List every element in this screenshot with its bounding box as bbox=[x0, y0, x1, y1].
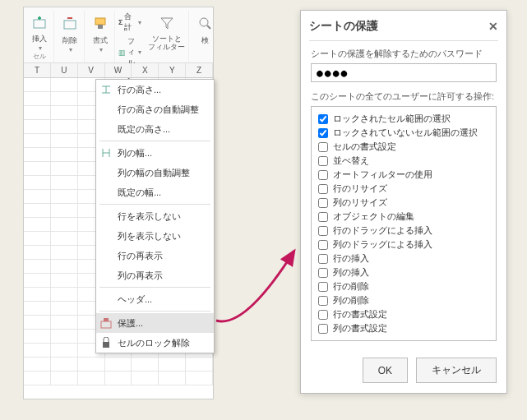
permission-label: ロックされていないセル範囲の選択 bbox=[333, 127, 478, 139]
separator bbox=[99, 141, 210, 141]
svg-rect-5 bbox=[95, 18, 105, 25]
ribbon-sort-label: ソートと フィルター bbox=[148, 35, 185, 52]
permission-item[interactable]: 列の挿入 bbox=[318, 265, 489, 279]
column-header[interactable]: V bbox=[78, 63, 105, 77]
separator bbox=[99, 287, 210, 288]
menu-col-width[interactable]: 列の幅... bbox=[96, 143, 214, 163]
menu-default-width[interactable]: 既定の幅... bbox=[96, 182, 214, 202]
menu-unlock[interactable]: セルのロック解除 bbox=[96, 333, 214, 353]
svg-rect-17 bbox=[104, 318, 109, 321]
insert-cells-icon bbox=[29, 12, 50, 32]
menu-autofit-col[interactable]: 列の幅の自動調整 bbox=[96, 163, 214, 182]
permission-label: 行のドラッグによる挿入 bbox=[333, 224, 432, 237]
permission-item[interactable]: 並べ替え bbox=[318, 154, 489, 168]
chevron-down-icon: ▾ bbox=[39, 44, 42, 52]
column-header[interactable]: T bbox=[24, 63, 51, 77]
permission-label: 行の書式設定 bbox=[333, 308, 387, 321]
permission-item[interactable]: 列の書式設定 bbox=[318, 321, 489, 335]
permission-checkbox[interactable] bbox=[318, 156, 328, 166]
separator bbox=[99, 311, 210, 312]
permission-checkbox[interactable] bbox=[318, 212, 328, 222]
ribbon-sum-label: 合計 bbox=[124, 12, 135, 33]
permission-item[interactable]: 列のドラッグによる挿入 bbox=[318, 238, 489, 252]
menu-label: 行を表示しない bbox=[118, 210, 181, 223]
separator bbox=[99, 204, 210, 205]
ribbon-sort-filter[interactable]: ソートと フィルター bbox=[145, 11, 189, 62]
permission-label: オブジェクトの編集 bbox=[333, 210, 414, 223]
permission-checkbox[interactable] bbox=[318, 114, 328, 124]
ribbon-delete[interactable]: 削除 ▾ bbox=[56, 11, 85, 62]
chevron-down-icon: ▾ bbox=[69, 46, 72, 53]
menu-hide-row[interactable]: 行を表示しない bbox=[96, 206, 214, 226]
permission-item[interactable]: 列のリサイズ bbox=[318, 196, 489, 210]
permission-checkbox[interactable] bbox=[318, 310, 328, 320]
column-header[interactable]: X bbox=[132, 63, 159, 77]
ribbon-find[interactable]: 検 bbox=[191, 11, 214, 62]
permission-checkbox[interactable] bbox=[318, 198, 328, 208]
menu-show-row[interactable]: 行の再表示 bbox=[96, 246, 214, 265]
menu-label: ヘッダ... bbox=[118, 293, 152, 306]
ribbon-sum[interactable]: Σ 合計 ▾ bbox=[117, 11, 143, 34]
permission-checkbox[interactable] bbox=[318, 268, 328, 278]
svg-line-9 bbox=[207, 25, 210, 29]
dialog-titlebar: シートの保護 ✕ bbox=[301, 11, 506, 40]
permission-item[interactable]: 行のリサイズ bbox=[318, 182, 489, 196]
permission-item[interactable]: ロックされたセル範囲の選択 bbox=[318, 112, 489, 126]
chevron-down-icon: ▾ bbox=[99, 46, 103, 53]
menu-row-height[interactable]: 行の高さ... bbox=[96, 80, 214, 99]
permission-checkbox[interactable] bbox=[318, 142, 328, 152]
menu-show-col[interactable]: 列の再表示 bbox=[96, 265, 214, 285]
menu-protect[interactable]: 保護... bbox=[96, 313, 214, 333]
menu-default-height[interactable]: 既定の高さ... bbox=[96, 119, 214, 139]
permission-label: オートフィルターの使用 bbox=[333, 168, 432, 181]
permission-item[interactable]: セルの書式設定 bbox=[318, 140, 489, 154]
permission-checkbox[interactable] bbox=[318, 128, 328, 138]
ribbon-insert-label: 挿入 bbox=[32, 34, 47, 44]
menu-label: セルのロック解除 bbox=[118, 337, 190, 349]
protect-sheet-dialog: シートの保護 ✕ シートの保護を解除するためのパスワード このシートの全てのユー… bbox=[300, 10, 507, 394]
cancel-button[interactable]: キャンセル bbox=[416, 358, 497, 383]
separator bbox=[309, 40, 498, 41]
column-header[interactable]: W bbox=[105, 63, 132, 77]
permission-label: セルの書式設定 bbox=[333, 141, 396, 153]
permission-item[interactable]: 行の書式設定 bbox=[318, 307, 489, 321]
menu-label: 保護... bbox=[118, 317, 143, 330]
ribbon-insert[interactable]: 挿入 ▾ セル bbox=[25, 11, 54, 62]
col-width-icon bbox=[99, 146, 113, 159]
menu-hide-col[interactable]: 列を表示しない bbox=[96, 226, 214, 246]
column-header[interactable]: Y bbox=[159, 63, 186, 77]
menu-autofit-row[interactable]: 行の高さの自動調整 bbox=[96, 99, 214, 119]
ok-button[interactable]: OK bbox=[363, 358, 408, 383]
column-header[interactable]: U bbox=[51, 63, 78, 77]
permissions-list: ロックされたセル範囲の選択ロックされていないセル範囲の選択セルの書式設定並べ替え… bbox=[311, 106, 497, 341]
permission-checkbox[interactable] bbox=[318, 184, 328, 194]
permission-checkbox[interactable] bbox=[318, 226, 328, 236]
ribbon-format[interactable]: 書式 ▾ bbox=[86, 11, 115, 62]
svg-rect-16 bbox=[101, 321, 111, 328]
column-headers: TUVWXYZ bbox=[24, 63, 213, 78]
permission-item[interactable]: 行のドラッグによる挿入 bbox=[318, 224, 489, 238]
close-button[interactable]: ✕ bbox=[488, 20, 498, 33]
format-context-menu: 行の高さ... 行の高さの自動調整 既定の高さ... 列の幅... 列の幅の自動… bbox=[95, 79, 215, 353]
permission-checkbox[interactable] bbox=[318, 296, 328, 306]
permission-item[interactable]: オブジェクトの編集 bbox=[318, 210, 489, 224]
permission-item[interactable]: 行の挿入 bbox=[318, 252, 489, 265]
funnel-icon bbox=[156, 12, 178, 34]
permission-item[interactable]: ロックされていないセル範囲の選択 bbox=[318, 126, 489, 140]
column-header[interactable]: Z bbox=[186, 63, 213, 77]
password-input[interactable] bbox=[311, 63, 497, 82]
permission-checkbox[interactable] bbox=[318, 324, 328, 334]
permission-checkbox[interactable] bbox=[318, 282, 328, 292]
permission-checkbox[interactable] bbox=[318, 254, 328, 264]
permission-item[interactable]: 列の削除 bbox=[318, 293, 489, 307]
menu-header[interactable]: ヘッダ... bbox=[96, 289, 214, 309]
permission-checkbox[interactable] bbox=[318, 170, 328, 180]
permission-label: 行の削除 bbox=[333, 280, 369, 293]
permission-item[interactable]: オートフィルターの使用 bbox=[318, 168, 489, 182]
dialog-buttons: OK キャンセル bbox=[301, 349, 506, 393]
menu-label: 列の再表示 bbox=[118, 270, 163, 282]
permission-item[interactable]: 行の削除 bbox=[318, 279, 489, 293]
password-label: シートの保護を解除するためのパスワード bbox=[311, 48, 497, 60]
sigma-icon: Σ bbox=[118, 18, 123, 26]
permission-checkbox[interactable] bbox=[318, 240, 328, 250]
